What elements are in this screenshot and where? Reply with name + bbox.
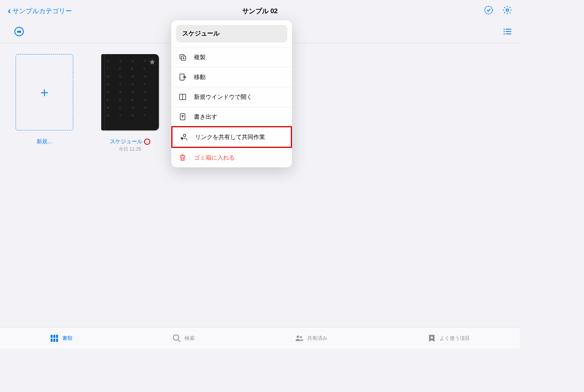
menu-label: 新規ウインドウで開く [194,93,252,101]
gear-icon[interactable] [503,5,512,16]
new-label: 新規... [37,138,52,145]
svg-point-0 [485,6,493,14]
trash-icon [178,153,187,162]
svg-point-25 [300,336,302,338]
menu-label: ゴミ箱に入れる [194,154,235,162]
svg-rect-5 [506,29,511,30]
list-view-icon[interactable] [503,27,512,38]
tab-search[interactable]: 検索 [172,334,195,343]
back-chevron-icon: ‹ [8,5,11,16]
svg-rect-18 [53,335,55,338]
bookmark-star-icon [427,334,436,343]
back-button[interactable]: ‹ サンプルカテゴリー [8,5,72,16]
svg-rect-3 [17,31,21,33]
check-circle-icon[interactable] [484,5,493,16]
page-title: サンプル 02 [242,7,278,16]
menu-duplicate[interactable]: 複製 [171,47,292,67]
tab-shared[interactable]: 共有済み [295,334,327,343]
svg-point-15 [183,134,186,137]
svg-rect-7 [506,31,511,32]
notebook-label: スケジュール [110,138,142,145]
svg-point-23 [173,335,179,340]
menu-move[interactable]: 移動 [171,67,292,87]
svg-rect-22 [56,339,58,342]
people-icon [295,334,304,343]
duplicate-icon [178,53,187,62]
grid-icon [50,334,59,343]
share-person-icon [179,133,188,141]
svg-rect-20 [51,339,53,342]
svg-point-24 [297,336,299,338]
svg-rect-21 [53,339,55,342]
chevron-down-icon: ⌄ [146,140,149,144]
move-icon [178,73,187,81]
svg-rect-9 [506,33,511,34]
notebook-date: 今日 11:25 [119,146,141,153]
new-document-tile[interactable]: ＋ 新規... [16,54,73,153]
tab-label: よく使う項目 [440,335,470,342]
plus-icon: ＋ [38,83,51,101]
notebook-thumbnail[interactable]: O S U G T S E S N O N O G T G T O S U S … [101,54,159,130]
menu-trash[interactable]: ゴミ箱に入れる [171,148,292,167]
svg-point-8 [504,33,505,35]
top-header: ‹ サンプルカテゴリー サンプル 02 [0,0,520,22]
filter-icon[interactable] [14,26,24,38]
bottom-tab-bar: 書類 検索 共有済み よく使う項目 [0,327,520,349]
menu-label: 書き出す [194,113,217,121]
window-icon [178,93,187,101]
menu-share-link[interactable]: リンクを共有して共同作業 [171,126,292,148]
search-icon [172,334,181,343]
back-label: サンプルカテゴリー [12,7,72,16]
menu-label: 複製 [194,54,206,61]
svg-point-4 [504,29,505,30]
svg-rect-17 [51,335,53,338]
star-icon: ★ [149,57,156,67]
context-menu-popover: スケジュール 複製 移動 新規ウインドウで開く 書き出す リンクを共有して共同作… [171,20,292,167]
menu-open-new-window[interactable]: 新規ウインドウで開く [171,87,292,107]
export-icon [178,113,187,121]
popover-title: スケジュール [176,25,287,42]
schedule-document-tile[interactable]: O S U G T S E S N O N O G T G T O S U S … [101,54,159,153]
menu-export[interactable]: 書き出す [171,107,292,127]
svg-point-6 [504,31,505,32]
tab-label: 検索 [185,335,195,342]
header-right [484,5,512,16]
tab-documents[interactable]: 書類 [50,334,72,343]
document-menu-chevron-highlighted[interactable]: ⌄ [144,139,150,145]
tab-label: 書類 [62,335,72,342]
tab-favorites[interactable]: よく使う項目 [427,334,470,343]
svg-rect-19 [56,335,58,338]
menu-label: リンクを共有して共同作業 [195,134,265,141]
menu-label: 移動 [194,74,206,81]
svg-point-1 [506,9,508,11]
tab-label: 共有済み [307,335,327,342]
